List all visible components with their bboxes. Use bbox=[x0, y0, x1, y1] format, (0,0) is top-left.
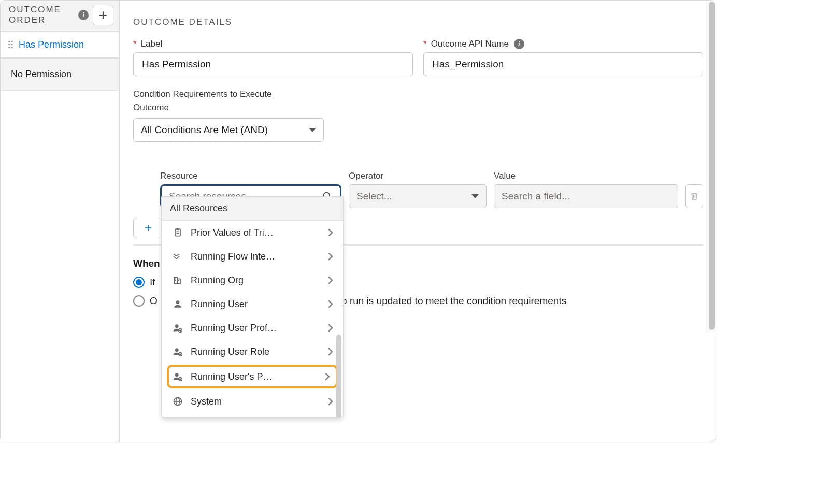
dropdown-item-label: Running User Role bbox=[191, 347, 320, 357]
outcome-item-label: No Permission bbox=[11, 69, 72, 80]
svg-point-14 bbox=[175, 324, 179, 328]
dropdown-item-running-user-permission[interactable]: Running User's P… bbox=[167, 365, 338, 388]
dropdown-item-running-user[interactable]: Running User bbox=[162, 292, 343, 316]
sidebar-header: OUTCOME ORDER i + bbox=[1, 1, 119, 32]
dropdown-item-running-user-profile[interactable]: Running User Prof… bbox=[162, 316, 343, 340]
clipboard-icon bbox=[172, 227, 183, 238]
radio-icon bbox=[133, 295, 145, 307]
radio-icon bbox=[133, 277, 145, 288]
outcome-item-label: Has Permission bbox=[19, 39, 84, 50]
required-marker: * bbox=[423, 39, 427, 49]
dropdown-item-label: System bbox=[191, 396, 320, 407]
dropdown-item-label: Running Org bbox=[191, 275, 320, 286]
svg-point-16 bbox=[175, 348, 179, 352]
chevron-right-icon bbox=[327, 347, 334, 356]
resource-dropdown: All Resources Prior Values of Tri… Runn bbox=[161, 196, 344, 418]
dropdown-item-running-org[interactable]: Running Org bbox=[162, 268, 343, 292]
user-check-icon bbox=[172, 322, 183, 334]
value-combobox[interactable]: Search a field... bbox=[494, 184, 678, 208]
operator-select[interactable]: Select... bbox=[349, 184, 487, 208]
api-name-field-label: * Outcome API Name i bbox=[423, 39, 703, 49]
chevron-right-icon bbox=[327, 276, 334, 285]
svg-rect-12 bbox=[178, 280, 179, 281]
dropdown-item-running-flow[interactable]: Running Flow Inte… bbox=[162, 244, 343, 268]
dropdown-item-label: Running User Prof… bbox=[191, 323, 320, 334]
add-outcome-button[interactable]: + bbox=[93, 5, 113, 25]
condition-requirements-value: All Conditions Are Met (AND) bbox=[141, 124, 268, 136]
outcome-item-no-permission[interactable]: No Permission bbox=[1, 59, 119, 91]
value-column-label: Value bbox=[494, 171, 678, 181]
plus-icon: + bbox=[145, 222, 152, 234]
operator-column-label: Operator bbox=[349, 171, 487, 181]
dropdown-item-label: Running Flow Inte… bbox=[191, 251, 320, 262]
svg-rect-4 bbox=[175, 229, 180, 236]
delete-condition-button[interactable] bbox=[685, 184, 703, 208]
building-icon bbox=[172, 275, 183, 286]
resource-column-label: Resource bbox=[160, 171, 341, 181]
editor-frame: OUTCOME ORDER i + Has Permission No Perm… bbox=[0, 0, 716, 442]
user-check-icon bbox=[172, 371, 183, 382]
outcome-sidebar: OUTCOME ORDER i + Has Permission No Perm… bbox=[1, 1, 120, 442]
dropdown-item-prior-values[interactable]: Prior Values of Tri… bbox=[162, 221, 343, 244]
chevron-down-icon bbox=[309, 128, 316, 132]
required-marker: * bbox=[133, 39, 137, 49]
scrollbar-track[interactable] bbox=[706, 1, 717, 332]
sidebar-title: OUTCOME ORDER bbox=[9, 5, 74, 26]
chevron-right-icon bbox=[324, 372, 331, 381]
info-icon[interactable]: i bbox=[514, 39, 524, 49]
svg-rect-10 bbox=[175, 279, 176, 280]
operator-placeholder: Select... bbox=[356, 191, 392, 202]
drag-handle-icon[interactable] bbox=[8, 40, 13, 49]
radio-label: If bbox=[150, 277, 155, 288]
info-icon[interactable]: i bbox=[78, 10, 89, 20]
add-condition-button[interactable]: + bbox=[133, 218, 163, 238]
dropdown-header: All Resources bbox=[162, 197, 343, 221]
dropdown-item-label: Running User's P… bbox=[191, 371, 317, 382]
radio-label-tail: to run is updated to meet the condition … bbox=[339, 295, 566, 307]
svg-point-18 bbox=[175, 373, 179, 377]
dropdown-list: Prior Values of Tri… Running Flow Inte… bbox=[162, 221, 343, 417]
globe-icon bbox=[172, 396, 183, 407]
dropdown-item-system[interactable]: System bbox=[162, 390, 343, 413]
label-field-label: * Label bbox=[133, 39, 413, 49]
condition-requirements-label: Condition Requirements to Execute Outcom… bbox=[133, 88, 299, 114]
outcome-item-has-permission[interactable]: Has Permission bbox=[1, 32, 119, 59]
chevron-right-icon bbox=[327, 299, 334, 309]
chevron-right-icon bbox=[327, 228, 334, 237]
dropdown-scrollbar[interactable] bbox=[336, 335, 341, 417]
label-input[interactable] bbox=[133, 52, 413, 76]
chevron-right-icon bbox=[327, 252, 334, 261]
chevron-down-icon bbox=[471, 194, 479, 198]
section-title: OUTCOME DETAILS bbox=[133, 17, 703, 27]
user-check-icon bbox=[172, 346, 183, 357]
chevron-right-icon bbox=[327, 323, 334, 333]
radio-label: O bbox=[150, 295, 158, 307]
dropdown-item-label: Prior Values of Tri… bbox=[191, 227, 320, 238]
user-icon bbox=[172, 298, 183, 310]
flow-icon bbox=[172, 251, 183, 262]
svg-point-13 bbox=[176, 300, 180, 304]
scrollbar-thumb[interactable] bbox=[709, 2, 715, 330]
dropdown-item-running-user-role[interactable]: Running User Role bbox=[162, 340, 343, 364]
svg-rect-5 bbox=[177, 228, 179, 230]
svg-rect-9 bbox=[177, 279, 180, 284]
api-name-input[interactable] bbox=[423, 52, 703, 76]
condition-requirements-select[interactable]: All Conditions Are Met (AND) bbox=[133, 118, 324, 142]
svg-rect-11 bbox=[175, 280, 176, 281]
value-placeholder: Search a field... bbox=[502, 191, 570, 202]
chevron-right-icon bbox=[327, 397, 334, 406]
dropdown-item-label: Running User bbox=[191, 299, 320, 310]
